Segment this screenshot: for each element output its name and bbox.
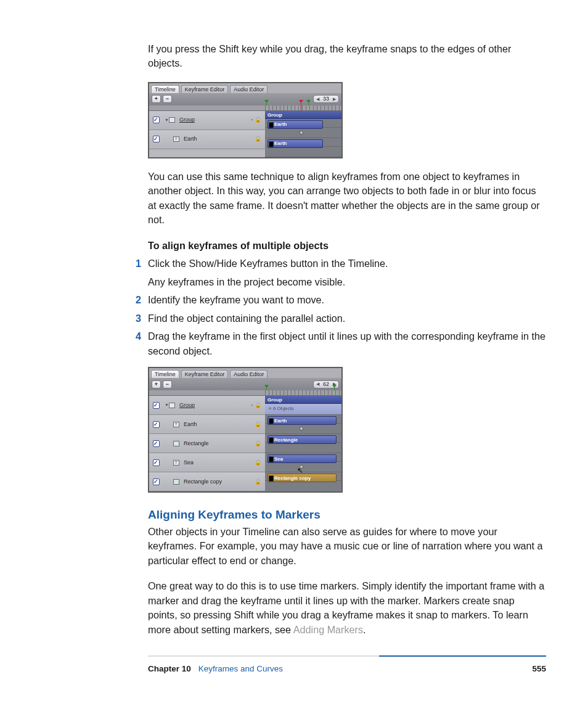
track-row[interactable]: Rectangle 🔒 — [149, 434, 265, 453]
in-marker-icon[interactable] — [266, 100, 267, 105]
in-marker-icon[interactable] — [266, 385, 267, 390]
tab-keyframe-editor[interactable]: Keyframe Editor — [181, 85, 229, 93]
step-1: 1 Click the Show/Hide Keyframes button i… — [148, 257, 546, 289]
out-marker-icon[interactable] — [334, 385, 335, 390]
lock-icon[interactable]: ▫ 🔒 — [251, 116, 261, 124]
intro-paragraph: If you press the Shift key while you dra… — [148, 42, 546, 71]
tab-timeline[interactable]: Timeline — [151, 370, 179, 378]
visibility-checkbox[interactable] — [153, 421, 160, 428]
track-label: Rectangle copy — [184, 478, 222, 486]
track-row[interactable]: Earth 🔒 — [149, 415, 265, 434]
track-row[interactable]: Rectangle copy 🔒 — [149, 472, 265, 491]
footer-chapter-title: Keyframes and Curves — [198, 663, 283, 675]
paragraph: You can use this same technique to align… — [148, 170, 546, 228]
footer-chapter: Chapter 10 — [148, 663, 191, 675]
shape-layer-icon — [173, 479, 179, 485]
disclosure-triangle-icon[interactable]: ▼ — [165, 402, 169, 408]
text-layer-icon — [173, 422, 179, 427]
track-label: Earth — [184, 421, 197, 429]
section-heading: Aligning Keyframes to Markers — [148, 506, 546, 523]
visibility-checkbox[interactable] — [153, 459, 160, 466]
chevron-left-icon[interactable]: ◀ — [316, 96, 319, 102]
text-layer-icon — [173, 460, 179, 466]
lock-icon[interactable]: 🔒 — [255, 440, 261, 448]
steps-heading: To align keyframes of multiple objects — [148, 239, 546, 253]
keyframe-icon[interactable] — [299, 130, 304, 135]
page-footer: Chapter 10 Keyframes and Curves 555 — [148, 663, 546, 675]
remove-button[interactable]: − — [163, 380, 172, 388]
lock-icon[interactable]: ▫ 🔒 — [251, 401, 261, 409]
visibility-checkbox[interactable] — [153, 402, 160, 409]
clip[interactable]: Rectangle copy — [267, 474, 337, 482]
paragraph: Other objects in your Timeline can also … — [148, 525, 546, 568]
step-number: 1 — [136, 257, 141, 271]
frame-stepper[interactable]: ◀ 62 ▶ — [313, 380, 339, 388]
lock-icon[interactable]: 🔒 — [255, 459, 261, 467]
track-label: Group — [179, 401, 195, 409]
remove-button[interactable]: − — [163, 95, 172, 103]
link-adding-markers[interactable]: Adding Markers — [293, 624, 363, 635]
group-icon — [169, 117, 175, 123]
lock-icon[interactable]: 🔒 — [255, 135, 261, 143]
visibility-checkbox[interactable] — [153, 136, 160, 142]
tab-audio-editor[interactable]: Audio Editor — [230, 370, 267, 378]
visibility-checkbox[interactable] — [153, 440, 160, 447]
add-button[interactable]: + — [152, 95, 161, 103]
lock-icon[interactable]: 🔒 — [255, 478, 261, 486]
track-row-earth[interactable]: Earth 🔒 — [149, 130, 265, 149]
step-number: 3 — [136, 311, 141, 326]
visibility-checkbox[interactable] — [153, 117, 160, 123]
clip-group-header: Group — [265, 111, 341, 119]
timeline-screenshot-2: Timeline Keyframe Editor Audio Editor + … — [148, 367, 343, 493]
step-3: 3 Find the object containing the paralle… — [148, 311, 546, 326]
tab-keyframe-editor[interactable]: Keyframe Editor — [181, 370, 229, 378]
timeline-screenshot-1: Timeline Keyframe Editor Audio Editor + … — [148, 82, 343, 158]
disclosure-triangle-icon[interactable]: ▼ — [165, 117, 169, 123]
track-label: Sea — [184, 459, 194, 467]
time-ruler[interactable] — [265, 390, 341, 396]
keyframe-icon[interactable] — [299, 426, 304, 431]
time-ruler[interactable] — [265, 105, 341, 111]
track-label: Group — [179, 116, 195, 124]
track-label: Earth — [184, 135, 197, 143]
chevron-left-icon[interactable]: ◀ — [316, 381, 319, 387]
add-button[interactable]: + — [152, 380, 161, 388]
frame-stepper[interactable]: ◀ 33 ▶ — [313, 95, 339, 103]
visibility-checkbox[interactable] — [153, 478, 160, 485]
track-row-group[interactable]: ▼ Group ▫ 🔒 — [149, 396, 265, 415]
chevron-right-icon[interactable]: ▶ — [333, 96, 336, 102]
step-number: 4 — [136, 329, 141, 343]
text-layer-icon — [173, 136, 179, 142]
current-frame: 33 — [323, 95, 329, 103]
step-4: 4 Drag the keyframe in the first object … — [148, 329, 546, 358]
step-number: 2 — [136, 293, 141, 307]
paragraph: One great way to do this is to use time … — [148, 579, 546, 637]
group-icon — [169, 403, 175, 408]
playhead[interactable] — [301, 100, 301, 110]
track-row-group[interactable]: ▼ Group ▫ 🔒 — [149, 111, 265, 130]
tab-timeline[interactable]: Timeline — [151, 85, 179, 93]
tab-audio-editor[interactable]: Audio Editor — [230, 85, 267, 93]
lock-icon[interactable]: 🔒 — [255, 421, 261, 429]
step-2: 2 Identify the keyframe you want to move… — [148, 293, 546, 307]
track-row[interactable]: Sea 🔒 — [149, 453, 265, 472]
page-number: 555 — [532, 663, 546, 675]
track-label: Rectangle — [184, 440, 209, 448]
out-marker-icon[interactable] — [308, 100, 309, 105]
current-frame: 62 — [323, 380, 329, 388]
clip-group-header: Group — [265, 396, 341, 404]
shape-layer-icon — [173, 441, 179, 446]
